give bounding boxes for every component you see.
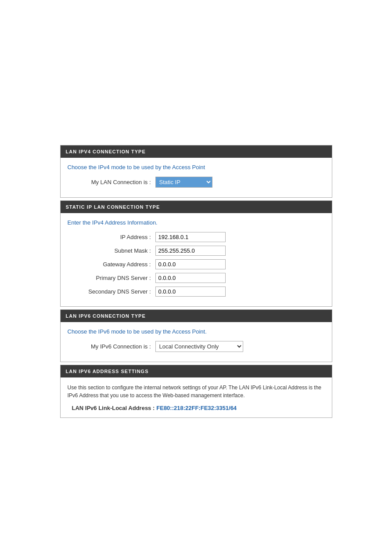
- ipv6-address-info: Use this section to configure the intern…: [68, 384, 325, 399]
- subnet-mask-input[interactable]: [155, 246, 226, 256]
- ip-address-input[interactable]: [155, 232, 226, 242]
- secondary-dns-row: Secondary DNS Server :: [68, 287, 325, 297]
- lan-ipv4-body: Choose the IPv4 mode to be used by the A…: [61, 158, 332, 197]
- lan-connection-label: My LAN Connection is :: [68, 179, 155, 185]
- lan-ipv6-address-body: Use this section to configure the intern…: [61, 377, 332, 417]
- secondary-dns-input[interactable]: [155, 287, 226, 297]
- link-local-value: FE80::218:22FF:FE32:3351/64: [156, 405, 237, 411]
- ipv6-connection-row: My IPv6 Connection is : Local Connectivi…: [68, 341, 325, 352]
- lan-ipv6-description: Choose the IPv6 mode to be used by the A…: [68, 328, 325, 335]
- lan-ipv6-body: Choose the IPv6 mode to be used by the A…: [61, 322, 332, 362]
- link-local-label: LAN IPv6 Link-Local Address :: [72, 405, 155, 411]
- primary-dns-row: Primary DNS Server :: [68, 273, 325, 283]
- ipv6-connection-select[interactable]: Local Connectivity Only Static IPv6 DHCP…: [155, 341, 243, 352]
- ipv6-connection-label: My IPv6 Connection is :: [68, 343, 155, 350]
- subnet-mask-label: Subnet Mask :: [68, 247, 155, 254]
- static-ip-header: STATIC IP LAN CONNECTION TYPE: [61, 201, 332, 213]
- lan-connection-select[interactable]: Static IP DHCP PPPoE: [155, 177, 212, 188]
- lan-ipv6-header: LAN IPV6 CONNECTION TYPE: [61, 310, 332, 322]
- primary-dns-label: Primary DNS Server :: [68, 275, 155, 281]
- primary-dns-input[interactable]: [155, 273, 226, 283]
- static-ip-body: Enter the IPv4 Address Information. IP A…: [61, 213, 332, 306]
- subnet-mask-row: Subnet Mask :: [68, 246, 325, 256]
- static-ip-section: STATIC IP LAN CONNECTION TYPE Enter the …: [60, 200, 332, 307]
- ip-address-row: IP Address :: [68, 232, 325, 242]
- lan-ipv4-header: LAN IPV4 CONNECTION TYPE: [61, 145, 332, 158]
- ip-address-label: IP Address :: [68, 234, 155, 240]
- lan-ipv4-description: Choose the IPv4 mode to be used by the A…: [68, 164, 325, 170]
- secondary-dns-label: Secondary DNS Server :: [68, 288, 155, 295]
- lan-ipv6-address-section: LAN IPv6 ADDRESS SETTINGS Use this secti…: [60, 365, 332, 418]
- lan-ipv6-section: LAN IPV6 CONNECTION TYPE Choose the IPv6…: [60, 309, 332, 362]
- static-ip-description: Enter the IPv4 Address Information.: [68, 219, 325, 226]
- link-local-row: LAN IPv6 Link-Local Address : FE80::218:…: [68, 405, 325, 411]
- gateway-label: Gateway Address :: [68, 261, 155, 268]
- gateway-row: Gateway Address :: [68, 259, 325, 269]
- gateway-input[interactable]: [155, 259, 226, 269]
- lan-connection-row: My LAN Connection is : Static IP DHCP PP…: [68, 177, 325, 188]
- lan-ipv6-address-header: LAN IPv6 ADDRESS SETTINGS: [61, 365, 332, 377]
- content-area: LAN IPV4 CONNECTION TYPE Choose the IPv4…: [60, 145, 332, 421]
- lan-ipv4-section: LAN IPV4 CONNECTION TYPE Choose the IPv4…: [60, 145, 332, 198]
